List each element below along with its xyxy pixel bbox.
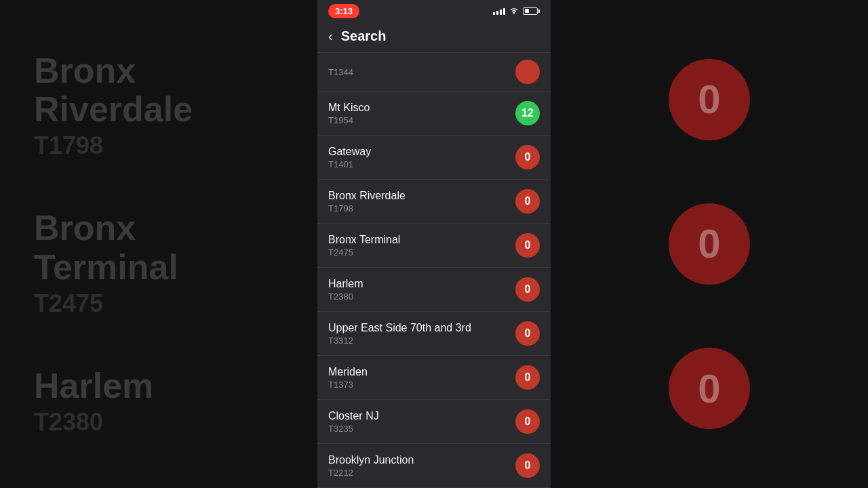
item-code: T2475: [328, 247, 400, 258]
bg-block-3: Harlem T2380: [34, 367, 283, 436]
bg-code-1: T1798: [34, 131, 283, 160]
first-item-badge: [515, 60, 540, 84]
list-item[interactable]: Bronx RiverdaleT17980: [317, 180, 551, 224]
item-name: Bronx Riverdale: [328, 190, 406, 202]
item-code: T1401: [328, 159, 371, 169]
item-badge: 12: [515, 101, 540, 125]
bg-name-1: Bronx Riverdale: [34, 52, 283, 129]
bg-code-2: T2475: [34, 289, 283, 318]
item-code: T3235: [328, 424, 379, 434]
first-item-code: T1344: [328, 67, 353, 77]
back-button[interactable]: ‹: [328, 28, 333, 44]
background-left: Bronx Riverdale T1798 Bronx Terminal T24…: [0, 0, 317, 488]
bg-badge-1: 0: [669, 59, 750, 140]
item-badge: 0: [515, 409, 540, 434]
list-item[interactable]: GatewayT14010: [317, 136, 551, 180]
header: ‹ Search: [317, 22, 551, 53]
status-icons: [493, 6, 540, 16]
item-badge: 0: [515, 233, 540, 258]
bg-block-1: Bronx Riverdale T1798: [34, 52, 283, 160]
bg-code-3: T2380: [34, 408, 283, 436]
item-code: T2380: [328, 291, 363, 302]
status-time: 3:13: [328, 4, 359, 18]
item-code: T1954: [328, 115, 370, 125]
list-item[interactable]: Brooklyn JunctionT22120: [317, 444, 551, 488]
list-item[interactable]: Upper East Side 70th and 3rdT33120: [317, 312, 551, 356]
item-badge: 0: [515, 189, 540, 214]
item-name: Harlem: [328, 278, 363, 290]
header-title: Search: [341, 28, 387, 44]
item-name: Mt Kisco: [328, 102, 370, 114]
item-badge: 0: [515, 277, 540, 302]
list-item[interactable]: Bronx TerminalT24750: [317, 224, 551, 268]
phone-container: 3:13 ‹ Search: [317, 0, 551, 488]
item-badge: 0: [515, 321, 540, 346]
list-item-first[interactable]: T1344: [317, 53, 551, 92]
list-item[interactable]: HarlemT23800: [317, 268, 551, 312]
signal-icon: [493, 7, 505, 15]
background-right: 0 0 0: [551, 0, 868, 488]
item-code: T3312: [328, 336, 471, 346]
item-name: Closter NJ: [328, 410, 379, 422]
item-name: Meriden: [328, 366, 368, 378]
item-badge: 0: [515, 145, 540, 169]
status-bar: 3:13: [317, 0, 551, 22]
list-item[interactable]: Mt KiscoT195412: [317, 92, 551, 136]
wifi-icon: [509, 6, 519, 16]
item-badge: 0: [515, 365, 540, 390]
item-code: T1798: [328, 203, 406, 214]
item-badge: 0: [515, 453, 540, 478]
list-item[interactable]: Closter NJT32350: [317, 400, 551, 444]
location-list[interactable]: T1344 Mt KiscoT195412GatewayT14010Bronx …: [317, 53, 551, 488]
item-name: Gateway: [328, 146, 371, 158]
bg-name-3: Harlem: [34, 367, 283, 405]
bg-badge-3: 0: [669, 348, 750, 429]
bg-block-2: Bronx Terminal T2475: [34, 209, 283, 317]
list-item[interactable]: MeridenT13730: [317, 356, 551, 400]
item-name: Bronx Terminal: [328, 234, 400, 246]
item-name: Upper East Side 70th and 3rd: [328, 322, 471, 334]
bg-badge-2: 0: [669, 203, 750, 285]
bg-name-2: Bronx Terminal: [34, 209, 283, 286]
item-code: T1373: [328, 380, 368, 390]
item-code: T2212: [328, 468, 414, 478]
item-name: Brooklyn Junction: [328, 454, 414, 466]
battery-icon: [523, 7, 540, 15]
